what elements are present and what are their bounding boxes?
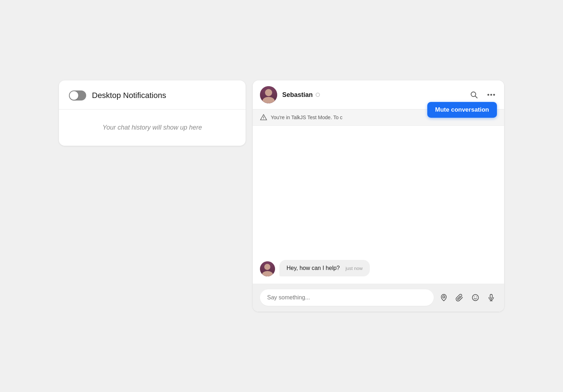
header-name-group: Sebastian <box>282 91 468 99</box>
location-button[interactable] <box>438 292 450 303</box>
chat-header: Sebastian <box>253 80 504 109</box>
search-button[interactable] <box>468 89 480 101</box>
notifications-toggle[interactable] <box>69 90 86 101</box>
avatar-face <box>260 86 277 103</box>
svg-point-3 <box>490 94 492 96</box>
messages-area: Hey, how can I help? just now <box>253 126 504 284</box>
message-row: Hey, how can I help? just now <box>260 260 497 276</box>
message-input-area <box>253 284 504 312</box>
warning-text: You're in TalkJS Test Mode. To c <box>271 115 343 120</box>
left-panel: Desktop Notifications Your chat history … <box>59 80 246 146</box>
svg-point-8 <box>473 295 479 301</box>
svg-line-1 <box>475 96 478 98</box>
microphone-button[interactable] <box>485 292 497 303</box>
user-avatar <box>260 86 277 103</box>
toggle-knob <box>70 91 78 100</box>
warning-icon <box>260 114 267 121</box>
svg-point-10 <box>476 297 477 297</box>
message-avatar-face <box>260 261 275 276</box>
online-status-indicator <box>316 93 320 97</box>
svg-point-2 <box>488 94 489 96</box>
chat-history-empty: Your chat history will show up here <box>59 109 246 146</box>
message-bubble: Hey, how can I help? just now <box>279 260 370 276</box>
svg-rect-11 <box>490 294 492 298</box>
svg-point-4 <box>493 94 495 96</box>
emoji-button[interactable] <box>470 292 481 303</box>
svg-point-7 <box>443 296 445 298</box>
right-panel: Sebastian <box>253 80 504 312</box>
message-time: just now <box>345 266 363 271</box>
message-avatar <box>260 261 275 276</box>
svg-point-9 <box>474 297 475 297</box>
svg-point-6 <box>263 119 264 120</box>
dropdown-menu: Mute conversation <box>427 102 497 118</box>
mute-conversation-button[interactable]: Mute conversation <box>427 102 497 118</box>
notifications-row: Desktop Notifications <box>59 80 246 109</box>
attachment-button[interactable] <box>454 292 465 303</box>
header-actions <box>468 89 497 101</box>
message-text: Hey, how can I help? <box>287 265 340 271</box>
header-username: Sebastian <box>282 91 313 99</box>
chat-history-text: Your chat history will show up here <box>102 124 202 131</box>
more-options-button[interactable] <box>485 89 497 101</box>
message-input[interactable] <box>260 289 434 306</box>
notifications-label: Desktop Notifications <box>92 91 166 100</box>
